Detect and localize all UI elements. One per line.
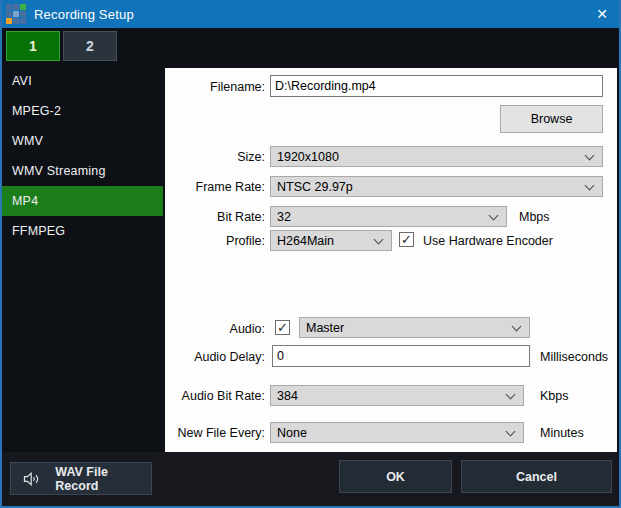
audio-delay-label: Audio Delay: <box>102 349 265 365</box>
use-hardware-encoder-label: Use Hardware Encoder <box>423 233 553 249</box>
audio-checkbox[interactable]: ✓ <box>275 320 290 335</box>
new-file-every-value: None <box>277 425 307 441</box>
speaker-icon <box>23 471 41 487</box>
sidebar-item-mpeg2[interactable]: MPEG-2 <box>2 96 163 126</box>
chevron-down-icon <box>506 390 516 400</box>
use-hardware-encoder-checkbox[interactable]: ✓ <box>399 232 414 247</box>
browse-button[interactable]: Browse <box>500 105 603 133</box>
wav-file-record-button[interactable]: WAV File Record <box>10 462 152 495</box>
bit-rate-select[interactable]: 32 <box>270 206 507 227</box>
audio-bit-rate-select[interactable]: 384 <box>270 385 524 406</box>
audio-delay-input[interactable] <box>272 345 530 367</box>
filename-label: Filename: <box>102 79 265 95</box>
audio-bit-rate-label: Audio Bit Rate: <box>102 388 265 404</box>
tab-1[interactable]: 1 <box>6 31 60 61</box>
new-file-every-unit: Minutes <box>540 425 584 441</box>
logo-square <box>20 18 26 24</box>
chevron-down-icon <box>489 211 499 221</box>
profile-select[interactable]: H264Main <box>270 230 392 251</box>
audio-source-value: Master <box>306 320 344 336</box>
frame-rate-value: NTSC 29.97p <box>277 179 353 195</box>
wav-file-record-label: WAV File Record <box>55 465 151 493</box>
chevron-down-icon <box>512 322 522 332</box>
chevron-down-icon <box>506 427 516 437</box>
frame-rate-label: Frame Rate: <box>102 179 265 195</box>
new-file-every-select[interactable]: None <box>270 422 524 443</box>
logo-square <box>20 4 26 10</box>
audio-source-select[interactable]: Master <box>299 317 530 338</box>
logo-square <box>13 4 19 10</box>
ok-button[interactable]: OK <box>339 460 452 493</box>
new-file-every-label: New File Every: <box>102 425 265 441</box>
cancel-button[interactable]: Cancel <box>461 460 612 493</box>
logo-square <box>6 18 12 24</box>
check-icon: ✓ <box>401 233 412 246</box>
frame-rate-select[interactable]: NTSC 29.97p <box>270 176 603 197</box>
close-icon[interactable]: ✕ <box>585 0 619 28</box>
tab-2[interactable]: 2 <box>63 31 117 61</box>
size-label: Size: <box>102 149 265 165</box>
profile-value: H264Main <box>277 233 334 249</box>
logo-square <box>20 11 26 17</box>
audio-delay-unit: Milliseconds <box>540 349 608 365</box>
chevron-down-icon <box>585 181 595 191</box>
window-title: Recording Setup <box>34 7 134 22</box>
audio-bit-rate-unit: Kbps <box>540 388 569 404</box>
logo-square <box>6 4 12 10</box>
app-logo-icon <box>6 4 26 24</box>
size-value: 1920x1080 <box>277 149 339 165</box>
logo-square <box>6 11 12 17</box>
logo-square <box>13 11 19 17</box>
footer-bar: WAV File Record OK Cancel <box>2 452 619 506</box>
size-select[interactable]: 1920x1080 <box>270 146 603 167</box>
bit-rate-value: 32 <box>277 209 291 225</box>
audio-label: Audio: <box>102 321 265 337</box>
bit-rate-label: Bit Rate: <box>102 209 265 225</box>
filename-input[interactable] <box>270 75 603 97</box>
titlebar: Recording Setup ✕ <box>0 0 621 28</box>
logo-square <box>13 18 19 24</box>
audio-bit-rate-value: 384 <box>277 388 298 404</box>
recording-setup-dialog: Recording Setup ✕ 1 2 AVI MPEG-2 WMV WMV… <box>0 0 621 508</box>
bit-rate-unit: Mbps <box>519 209 550 225</box>
profile-label: Profile: <box>102 233 265 249</box>
chevron-down-icon <box>585 151 595 161</box>
chevron-down-icon <box>374 235 384 245</box>
check-icon: ✓ <box>277 321 288 334</box>
